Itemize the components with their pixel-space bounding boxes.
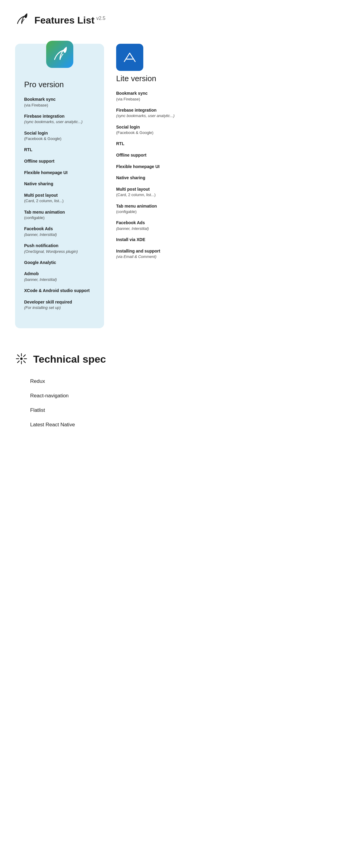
pro-feature-item: XCode & Android studio support <box>24 288 95 294</box>
lite-feature-item: Tab menu animation(configable) <box>116 203 188 215</box>
feature-title: Flexible homepage UI <box>24 170 95 176</box>
header-leaf-icon <box>15 12 29 29</box>
lite-feature-item: Social login(Facebook & Google) <box>116 124 188 136</box>
pro-feature-item: Multi post layout(Card, 2 column, list..… <box>24 192 95 204</box>
feature-subtitle: (via Email & Comment) <box>116 254 188 259</box>
feature-subtitle: (configable) <box>24 215 95 221</box>
feature-subtitle: (Facebook & Google) <box>24 136 95 142</box>
feature-title: RTL <box>116 141 188 147</box>
feature-subtitle: (For installing set up) <box>24 305 95 310</box>
feature-title: Facebook Ads <box>116 220 188 226</box>
feature-title: Developer skill required <box>24 299 95 305</box>
feature-title: Facebook Ads <box>24 226 95 232</box>
svg-rect-0 <box>121 48 139 66</box>
feature-title: Firebase integration <box>24 114 95 120</box>
lite-feature-item: Multi post layout(Card, 2 column, list..… <box>116 186 188 198</box>
lite-features-list: Bookmark sync(via Firebase)Firebase inte… <box>116 91 188 259</box>
pro-feature-item: Admob(banner, Interstital) <box>24 271 95 282</box>
lite-column: Lite version Bookmark sync(via Firebase)… <box>113 44 191 328</box>
feature-title: Admob <box>24 271 95 277</box>
feature-subtitle: (banner, Interstital) <box>24 232 95 238</box>
feature-subtitle: (sync bookmarks, user analytic...) <box>24 119 95 125</box>
feature-title: Bookmark sync <box>116 91 188 97</box>
page-title: Features Listv2.5 <box>34 15 105 26</box>
feature-subtitle: (banner, Interstital) <box>116 226 188 231</box>
lite-feature-item: Installing and support(via Email & Comme… <box>116 248 188 260</box>
feature-title: Tab menu animation <box>24 209 95 215</box>
feature-title: Offline support <box>24 158 95 164</box>
pro-app-icon <box>46 41 73 68</box>
pro-feature-item: Bookmark sync(via Firebase) <box>24 97 95 108</box>
pro-feature-item: Developer skill required(For installing … <box>24 299 95 311</box>
pro-feature-item: RTL <box>24 147 95 153</box>
feature-title: Social login <box>116 124 188 130</box>
feature-title: Installing and support <box>116 248 188 254</box>
feature-subtitle: (OneSignal, Wordpress plugin) <box>24 249 95 254</box>
lite-feature-item: Install via XDE <box>116 237 188 243</box>
feature-subtitle: (via Firebase) <box>116 97 188 102</box>
tech-item: Flatlist <box>30 407 184 413</box>
feature-subtitle: (sync bookmarks, user analytic...) <box>116 113 188 119</box>
lite-feature-item: Facebook Ads(banner, Interstital) <box>116 220 188 231</box>
svg-point-1 <box>20 358 23 360</box>
feature-title: Native sharing <box>24 181 95 187</box>
lite-feature-item: Bookmark sync(via Firebase) <box>116 91 188 102</box>
tech-item: React-navigation <box>30 393 184 399</box>
pro-column: Pro version Bookmark sync(via Firebase)F… <box>15 44 104 328</box>
pro-feature-item: Native sharing <box>24 181 95 187</box>
feature-title: Tab menu animation <box>116 203 188 209</box>
svg-line-7 <box>24 361 25 363</box>
feature-title: Push notification <box>24 243 95 249</box>
feature-title: Bookmark sync <box>24 97 95 102</box>
features-columns: Pro version Bookmark sync(via Firebase)F… <box>15 44 184 328</box>
feature-title: RTL <box>24 147 95 153</box>
feature-title: Install via XDE <box>116 237 188 243</box>
tech-item: Latest React Native <box>30 422 184 428</box>
pro-feature-item: Google Analytic <box>24 260 95 266</box>
feature-title: XCode & Android studio support <box>24 288 95 294</box>
pro-feature-item: Social login(Facebook & Google) <box>24 130 95 142</box>
svg-line-9 <box>18 361 19 363</box>
feature-title: Multi post layout <box>116 186 188 192</box>
tech-items-list: ReduxReact-navigationFlatlistLatest Reac… <box>15 378 184 428</box>
feature-subtitle: (banner, Interstital) <box>24 277 95 282</box>
svg-line-8 <box>24 355 25 356</box>
feature-title: Social login <box>24 130 95 136</box>
feature-subtitle: (Card, 2 column, list...) <box>116 192 188 197</box>
pro-feature-item: Firebase integration(sync bookmarks, use… <box>24 114 95 125</box>
feature-subtitle: (Card, 2 column, list...) <box>24 198 95 204</box>
feature-title: Offline support <box>116 152 188 158</box>
tech-section-header: Technical spec <box>15 352 184 366</box>
technical-spec-section: Technical spec ReduxReact-navigationFlat… <box>15 352 184 428</box>
lite-feature-item: Flexible homepage UI <box>116 164 188 170</box>
tech-item: Redux <box>30 378 184 384</box>
lite-app-icon <box>116 44 143 71</box>
feature-title: Native sharing <box>116 175 188 181</box>
feature-title: Google Analytic <box>24 260 95 266</box>
lite-feature-item: RTL <box>116 141 188 147</box>
version-badge: v2.5 <box>96 16 105 21</box>
feature-title: Flexible homepage UI <box>116 164 188 170</box>
pro-feature-item: Offline support <box>24 158 95 164</box>
pro-feature-item: Flexible homepage UI <box>24 170 95 176</box>
feature-subtitle: (via Firebase) <box>24 102 95 108</box>
feature-title: Firebase integration <box>116 107 188 114</box>
lite-feature-item: Firebase integration(sync bookmarks, use… <box>116 107 188 119</box>
tech-section-title: Technical spec <box>33 353 106 365</box>
pro-features-list: Bookmark sync(via Firebase)Firebase inte… <box>24 97 95 311</box>
page-header: Features Listv2.5 <box>15 12 184 29</box>
lite-feature-item: Native sharing <box>116 175 188 181</box>
feature-subtitle: (Facebook & Google) <box>116 130 188 135</box>
pro-feature-item: Facebook Ads(banner, Interstital) <box>24 226 95 238</box>
svg-line-6 <box>18 355 19 356</box>
pro-feature-item: Tab menu animation(configable) <box>24 209 95 221</box>
lite-version-title: Lite version <box>116 74 188 83</box>
pro-version-title: Pro version <box>24 80 95 89</box>
pro-feature-item: Push notification(OneSignal, Wordpress p… <box>24 243 95 254</box>
feature-subtitle: (configable) <box>116 209 188 215</box>
lite-feature-item: Offline support <box>116 152 188 158</box>
feature-title: Multi post layout <box>24 192 95 198</box>
tech-section-icon <box>15 352 28 366</box>
